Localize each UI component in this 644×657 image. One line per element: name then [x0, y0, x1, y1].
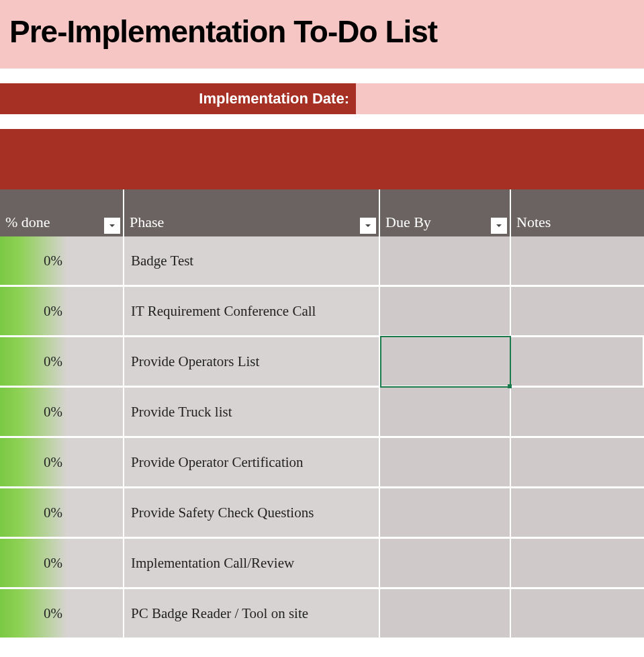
- cell-due[interactable]: [380, 488, 511, 537]
- header-notes: Notes: [511, 189, 644, 236]
- filter-button-done[interactable]: [104, 218, 120, 234]
- table-row: 0%Implementation Call/Review: [0, 539, 644, 589]
- done-value: 0%: [44, 404, 62, 421]
- phase-value: Implementation Call/Review: [131, 555, 294, 572]
- done-value: 0%: [44, 605, 62, 622]
- table-header: % done Phase Due By Notes: [0, 189, 644, 236]
- table-row: 0%Badge Test: [0, 236, 644, 287]
- cell-phase[interactable]: IT Requirement Conference Call: [124, 287, 380, 335]
- cell-notes[interactable]: [511, 539, 644, 587]
- phase-value: Provide Truck list: [131, 404, 232, 421]
- cell-done[interactable]: 0%: [0, 337, 124, 386]
- cell-notes[interactable]: [511, 388, 644, 436]
- done-value: 0%: [44, 454, 62, 471]
- phase-value: IT Requirement Conference Call: [131, 303, 316, 320]
- done-value: 0%: [44, 253, 62, 269]
- header-due: Due By: [380, 189, 511, 236]
- filter-button-due[interactable]: [491, 218, 507, 234]
- phase-value: Provide Operators List: [131, 353, 259, 370]
- implementation-date-label: Implementation Date:: [0, 83, 356, 114]
- title-bar: Pre-Implementation To-Do List: [0, 0, 644, 69]
- cell-notes[interactable]: [511, 488, 644, 537]
- implementation-date-value[interactable]: [356, 83, 644, 114]
- implementation-date-row: Implementation Date:: [0, 83, 644, 114]
- cell-notes[interactable]: [511, 438, 644, 486]
- page-title: Pre-Implementation To-Do List: [9, 13, 635, 50]
- cell-done[interactable]: 0%: [0, 539, 124, 587]
- cell-phase[interactable]: Provide Operators List: [124, 337, 380, 386]
- cell-due[interactable]: [380, 539, 511, 587]
- header-due-label: Due By: [385, 214, 431, 231]
- cell-due[interactable]: [380, 589, 511, 638]
- done-value: 0%: [44, 353, 62, 370]
- cell-due[interactable]: [380, 236, 511, 285]
- done-value: 0%: [44, 303, 62, 320]
- header-notes-label: Notes: [516, 214, 551, 231]
- header-phase-label: Phase: [130, 214, 164, 231]
- section-bar: [0, 129, 644, 189]
- phase-value: PC Badge Reader / Tool on site: [131, 605, 308, 622]
- cell-notes[interactable]: [511, 236, 644, 285]
- phase-value: Provide Operator Certification: [131, 454, 304, 471]
- table-row: 0%IT Requirement Conference Call: [0, 287, 644, 337]
- chevron-down-icon: [108, 222, 116, 230]
- cell-phase[interactable]: Provide Operator Certification: [124, 438, 380, 486]
- spacer: [0, 114, 644, 129]
- cell-phase[interactable]: Provide Truck list: [124, 388, 380, 436]
- header-done: % done: [0, 189, 124, 236]
- header-phase: Phase: [124, 189, 380, 236]
- phase-value: Badge Test: [131, 253, 193, 269]
- cell-due[interactable]: [380, 287, 511, 335]
- cell-notes[interactable]: [511, 589, 644, 638]
- cell-due[interactable]: [380, 337, 511, 386]
- done-value: 0%: [44, 505, 62, 521]
- cell-notes[interactable]: [511, 287, 644, 335]
- chevron-down-icon: [364, 222, 372, 230]
- table-row: 0%PC Badge Reader / Tool on site: [0, 589, 644, 640]
- header-done-label: % done: [5, 214, 50, 231]
- cell-due[interactable]: [380, 438, 511, 486]
- cell-phase[interactable]: Implementation Call/Review: [124, 539, 380, 587]
- table-row: 0%Provide Safety Check Questions: [0, 488, 644, 539]
- table-row: 0%Provide Operator Certification: [0, 438, 644, 488]
- table-body: 0%Badge Test0%IT Requirement Conference …: [0, 236, 644, 640]
- cell-due[interactable]: [380, 388, 511, 436]
- cell-done[interactable]: 0%: [0, 438, 124, 486]
- done-value: 0%: [44, 555, 62, 572]
- filter-button-phase[interactable]: [360, 218, 376, 234]
- cell-done[interactable]: 0%: [0, 388, 124, 436]
- spacer: [0, 69, 644, 83]
- chevron-down-icon: [495, 222, 503, 230]
- phase-value: Provide Safety Check Questions: [131, 505, 314, 521]
- cell-notes[interactable]: [511, 337, 644, 386]
- cell-phase[interactable]: PC Badge Reader / Tool on site: [124, 589, 380, 638]
- cell-phase[interactable]: Badge Test: [124, 236, 380, 285]
- table-row: 0%Provide Truck list: [0, 388, 644, 438]
- cell-done[interactable]: 0%: [0, 287, 124, 335]
- cell-done[interactable]: 0%: [0, 589, 124, 638]
- cell-phase[interactable]: Provide Safety Check Questions: [124, 488, 380, 537]
- cell-done[interactable]: 0%: [0, 488, 124, 537]
- cell-done[interactable]: 0%: [0, 236, 124, 285]
- table-row: 0%Provide Operators List: [0, 337, 644, 388]
